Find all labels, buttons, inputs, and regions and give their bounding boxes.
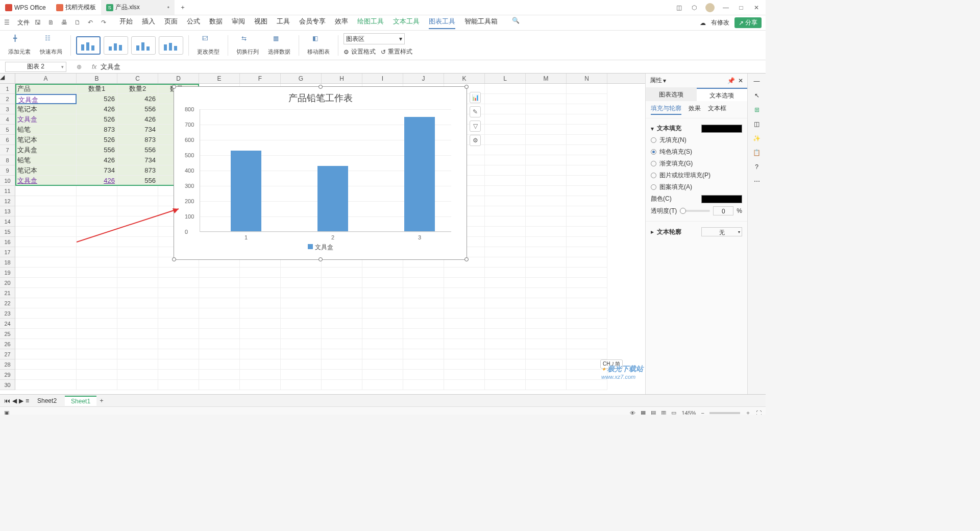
cell[interactable]: 426 [117, 114, 158, 125]
cell[interactable]: 数量1 [77, 84, 117, 94]
cloud-sync-icon[interactable]: ☁ [700, 19, 706, 27]
file-tab[interactable]: S 产品.xlsx • [101, 0, 175, 15]
cell[interactable]: 526 [77, 94, 117, 104]
name-box[interactable]: 图表 2 [5, 62, 66, 72]
chart-style-1[interactable] [76, 36, 101, 55]
select-all-corner[interactable]: ◢ [0, 74, 15, 83]
resize-handle[interactable] [318, 85, 323, 89]
row-header[interactable]: 13 [0, 206, 15, 216]
row-header[interactable]: 20 [0, 278, 15, 288]
cell[interactable]: 产品 [15, 84, 77, 94]
move-chart-button[interactable]: ◧ 移动图表 [304, 31, 333, 60]
settings-side-icon[interactable]: ⊞ [754, 106, 760, 113]
sheet-area[interactable]: ◢ A B C D E F G H I J K L M N 1234567891… [0, 74, 645, 394]
row-header[interactable]: 28 [0, 359, 15, 370]
select-data-button[interactable]: ▦ 选择数据 [265, 31, 293, 60]
row-header[interactable]: 22 [0, 298, 15, 308]
user-avatar-icon[interactable] [705, 3, 715, 12]
row-header[interactable]: 6 [0, 135, 15, 145]
page-view-icon[interactable]: ▥ [661, 409, 666, 415]
tab-insert[interactable]: 插入 [142, 17, 155, 29]
subtab-effect[interactable]: 效果 [689, 104, 701, 115]
tab-data[interactable]: 数据 [209, 17, 223, 29]
chart-bar[interactable] [404, 117, 435, 231]
cube-icon[interactable]: ⬡ [690, 4, 698, 12]
zoom-level[interactable]: 145% [681, 410, 696, 415]
chart-object[interactable]: 产品铅笔工作表 0100200300400500600700800123 文具盒… [174, 86, 467, 260]
more-icon[interactable]: ⋯ [754, 178, 760, 185]
change-type-button[interactable]: 🗠 更改类型 [194, 31, 223, 60]
row-header[interactable]: 16 [0, 237, 15, 247]
cell[interactable]: 873 [117, 135, 158, 145]
col-D[interactable]: D [158, 74, 199, 83]
row-header[interactable]: 18 [0, 257, 15, 268]
chart-area-select[interactable]: 图表区▾ [344, 33, 405, 44]
color-picker[interactable] [701, 195, 742, 203]
sheet-tab-2[interactable]: Sheet2 [31, 396, 63, 405]
col-B[interactable]: B [77, 74, 117, 83]
row-header[interactable]: 10 [0, 176, 15, 186]
close-panel-icon[interactable]: ✕ [738, 77, 743, 84]
transparency-slider[interactable] [680, 210, 710, 212]
saveas-icon[interactable]: 🗎 [48, 19, 56, 27]
tab-efficiency[interactable]: 效率 [335, 17, 348, 29]
maximize-icon[interactable]: □ [737, 4, 745, 12]
col-C[interactable]: C [117, 74, 158, 83]
set-format-button[interactable]: ⚙设置格式 [344, 46, 376, 57]
col-F[interactable]: F [240, 74, 281, 83]
cell[interactable]: 426 [77, 104, 117, 114]
zoom-in-icon[interactable]: ＋ [745, 409, 751, 415]
row-header[interactable]: 5 [0, 125, 15, 135]
chart-style-4[interactable] [159, 36, 183, 55]
cell[interactable]: 556 [77, 145, 117, 155]
cell[interactable]: 526 [77, 135, 117, 145]
radio-pattern[interactable]: 图案填充(A) [651, 181, 742, 193]
share-button[interactable]: ↗分享 [734, 17, 762, 28]
tab-view[interactable]: 视图 [254, 17, 267, 29]
resize-handle[interactable] [464, 85, 469, 89]
transparency-value[interactable]: 0 [713, 206, 733, 215]
select-tool-icon[interactable]: ↖ [754, 92, 760, 99]
subtab-textbox[interactable]: 文本框 [708, 104, 726, 115]
col-G[interactable]: G [281, 74, 322, 83]
list-sheets-icon[interactable]: ≡ [26, 397, 29, 404]
cell[interactable]: 734 [117, 125, 158, 135]
col-N[interactable]: N [567, 74, 607, 83]
fill-color-swatch[interactable] [701, 125, 742, 133]
template-tab[interactable]: 找稻壳模板 [51, 0, 101, 15]
subtab-fill[interactable]: 填充与轮廓 [651, 104, 681, 115]
formula-content[interactable]: 文具盒 [101, 62, 120, 71]
fx-icon[interactable]: fx [92, 63, 96, 70]
chart-style-button[interactable]: ✎ [470, 106, 481, 117]
radio-gradient[interactable]: 渐变填充(G) [651, 158, 742, 170]
panel-tab-text[interactable]: 文本选项 [697, 88, 748, 101]
row-header[interactable]: 26 [0, 339, 15, 349]
cell[interactable]: 笔记本 [15, 135, 77, 145]
grid-view-icon[interactable]: ▦ [641, 409, 646, 415]
file-menu[interactable]: 文件 [17, 18, 30, 27]
help-icon[interactable]: ? [755, 163, 758, 171]
collapse-panel-icon[interactable]: — [754, 78, 760, 85]
row-header[interactable]: 25 [0, 329, 15, 339]
row-header[interactable]: 4 [0, 114, 15, 125]
col-H[interactable]: H [322, 74, 362, 83]
tab-tools[interactable]: 工具 [277, 17, 290, 29]
row-header[interactable]: 11 [0, 186, 15, 196]
chart-elements-button[interactable]: 📊 [470, 92, 481, 103]
cell[interactable]: 笔记本 [15, 165, 77, 176]
row-header[interactable]: 30 [0, 380, 15, 390]
col-L[interactable]: L [485, 74, 526, 83]
add-element-button[interactable]: ╋ 添加元素 [5, 31, 34, 60]
resize-handle[interactable] [464, 257, 469, 261]
row-header[interactable]: 3 [0, 104, 15, 114]
cell[interactable]: 734 [117, 155, 158, 165]
tab-draw-tools[interactable]: 绘图工具 [357, 17, 384, 29]
layers-icon[interactable]: ◫ [754, 120, 760, 128]
preview-icon[interactable]: 🗋 [75, 19, 83, 27]
cell[interactable]: 556 [117, 176, 158, 186]
resize-handle[interactable] [172, 257, 176, 261]
print-icon[interactable]: 🖶 [61, 19, 69, 27]
tab-smart-tools[interactable]: 智能工具箱 [464, 17, 498, 29]
cell[interactable]: 526 [77, 114, 117, 125]
zoom-out-icon[interactable]: − [701, 410, 704, 415]
